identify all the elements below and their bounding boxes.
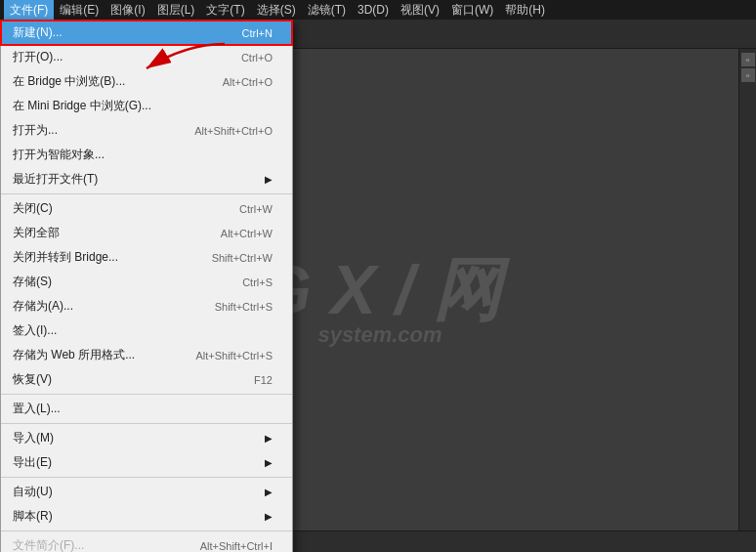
menu-item-automate-label: 自动(U) (13, 484, 53, 500)
menu-item-save-as-label: 存储为(A)... (13, 298, 73, 315)
menu-item-open-smart[interactable]: 打开为智能对象... (1, 143, 292, 167)
watermark-line1: G X / 网 (259, 256, 502, 324)
menu-item-browse-mini[interactable]: 在 Mini Bridge 中浏览(G)... (1, 94, 292, 118)
export-arrow-icon: ▶ (265, 457, 273, 468)
menu-item-close[interactable]: 关闭(C) Ctrl+W (1, 196, 292, 221)
menu-item-file-info-shortcut: Alt+Shift+Ctrl+I (200, 540, 273, 552)
menubar-select[interactable]: 选择(S) (251, 0, 302, 21)
menubar-edit[interactable]: 编辑(E) (54, 0, 105, 21)
menu-item-open[interactable]: 打开(O)... Ctrl+O (1, 45, 292, 69)
file-dropdown-menu: 新建(N)... Ctrl+N 打开(O)... Ctrl+O 在 Bridge… (0, 20, 293, 552)
menu-item-close-label: 关闭(C) (13, 200, 53, 217)
menu-item-checkin[interactable]: 签入(I)... (1, 318, 292, 343)
menu-item-recent-label: 最近打开文件(T) (13, 171, 98, 188)
menu-item-file-info-label: 文件简介(F)... (13, 537, 84, 552)
menu-item-open-as-label: 打开为... (13, 122, 58, 139)
watermark-line2: system.com (317, 324, 441, 346)
menu-item-export[interactable]: 导出(E) ▶ (1, 450, 292, 475)
menu-item-revert-label: 恢复(V) (13, 371, 52, 388)
panel-collapse-btn[interactable]: « (741, 53, 755, 66)
menubar-3d[interactable]: 3D(D) (352, 1, 395, 19)
menu-item-browse-bridge-shortcut: Alt+Ctrl+O (223, 76, 273, 88)
menu-item-open-shortcut: Ctrl+O (241, 52, 273, 64)
menu-item-save-as[interactable]: 存储为(A)... Shift+Ctrl+S (1, 294, 292, 318)
menu-item-import-label: 导入(M) (13, 430, 54, 446)
menu-item-open-as[interactable]: 打开为... Alt+Shift+Ctrl+O (1, 118, 292, 143)
menu-item-close-all[interactable]: 关闭全部 Alt+Ctrl+W (1, 221, 292, 245)
menu-item-save-web-label: 存储为 Web 所用格式... (13, 347, 135, 363)
menu-item-checkin-label: 签入(I)... (13, 322, 57, 339)
scripts-arrow-icon: ▶ (265, 511, 273, 522)
menu-item-file-info[interactable]: 文件简介(F)... Alt+Shift+Ctrl+I (1, 533, 292, 552)
menu-item-close-bridge-shortcut: Shift+Ctrl+W (212, 252, 273, 264)
menu-item-scripts[interactable]: 脚本(R) ▶ (1, 504, 292, 529)
menubar-file[interactable]: 文件(F) (4, 0, 54, 21)
menu-item-close-bridge[interactable]: 关闭并转到 Bridge... Shift+Ctrl+W (1, 245, 292, 270)
separator-5 (1, 531, 292, 531)
menu-item-open-smart-label: 打开为智能对象... (13, 147, 105, 163)
menu-item-automate[interactable]: 自动(U) ▶ (1, 480, 292, 504)
menu-item-revert-shortcut: F12 (254, 374, 273, 386)
menu-item-browse-bridge[interactable]: 在 Bridge 中浏览(B)... Alt+Ctrl+O (1, 69, 292, 94)
menu-item-open-as-shortcut: Alt+Shift+Ctrl+O (194, 125, 273, 137)
separator-4 (1, 477, 292, 478)
menu-item-recent[interactable]: 最近打开文件(T) ▶ (1, 167, 292, 191)
menu-item-browse-bridge-label: 在 Bridge 中浏览(B)... (13, 73, 125, 90)
watermark: G X / 网 system.com (259, 256, 502, 346)
menu-item-close-bridge-label: 关闭并转到 Bridge... (13, 249, 118, 266)
menubar-filter[interactable]: 滤镜(T) (302, 0, 352, 21)
menubar-window[interactable]: 窗口(W) (445, 0, 499, 21)
menu-item-new-shortcut: Ctrl+N (242, 27, 273, 39)
menu-item-new-label: 新建(N)... (13, 24, 63, 41)
menubar-layer[interactable]: 图层(L) (151, 0, 201, 21)
menu-item-save-as-shortcut: Shift+Ctrl+S (215, 301, 273, 313)
menubar-help[interactable]: 帮助(H) (499, 0, 551, 21)
menu-item-browse-mini-label: 在 Mini Bridge 中浏览(G)... (13, 98, 151, 114)
separator-1 (1, 193, 292, 194)
menubar-view[interactable]: 视图(V) (395, 0, 445, 21)
menu-item-open-label: 打开(O)... (13, 49, 63, 65)
import-arrow-icon: ▶ (265, 433, 273, 444)
separator-3 (1, 423, 292, 424)
menu-item-revert[interactable]: 恢复(V) F12 (1, 367, 292, 392)
menu-item-close-all-shortcut: Alt+Ctrl+W (221, 228, 273, 239)
menu-item-save-label: 存储(S) (13, 274, 52, 290)
menu-item-place[interactable]: 置入(L)... (1, 397, 292, 421)
menu-item-save-shortcut: Ctrl+S (242, 276, 273, 288)
menu-item-save-web-shortcut: Alt+Shift+Ctrl+S (195, 350, 273, 361)
separator-2 (1, 394, 292, 395)
menubar-image[interactable]: 图像(I) (105, 0, 150, 21)
menu-item-save-web[interactable]: 存储为 Web 所用格式... Alt+Shift+Ctrl+S (1, 343, 292, 367)
automate-arrow-icon: ▶ (265, 487, 273, 497)
menubar: 文件(F) 编辑(E) 图像(I) 图层(L) 文字(T) 选择(S) 滤镜(T… (0, 0, 756, 20)
menu-item-export-label: 导出(E) (13, 454, 52, 471)
menu-item-new[interactable]: 新建(N)... Ctrl+N (1, 21, 292, 45)
menu-item-close-all-label: 关闭全部 (13, 225, 60, 241)
menu-item-scripts-label: 脚本(R) (13, 508, 53, 525)
panel-expand-btn[interactable]: » (741, 68, 755, 82)
menu-item-close-shortcut: Ctrl+W (239, 203, 273, 215)
menu-item-import[interactable]: 导入(M) ▶ (1, 426, 292, 450)
menu-item-save[interactable]: 存储(S) Ctrl+S (1, 270, 292, 294)
recent-arrow-icon: ▶ (265, 174, 273, 185)
menubar-text[interactable]: 文字(T) (200, 0, 250, 21)
menu-item-place-label: 置入(L)... (13, 401, 61, 417)
right-panel: « » (738, 49, 756, 552)
